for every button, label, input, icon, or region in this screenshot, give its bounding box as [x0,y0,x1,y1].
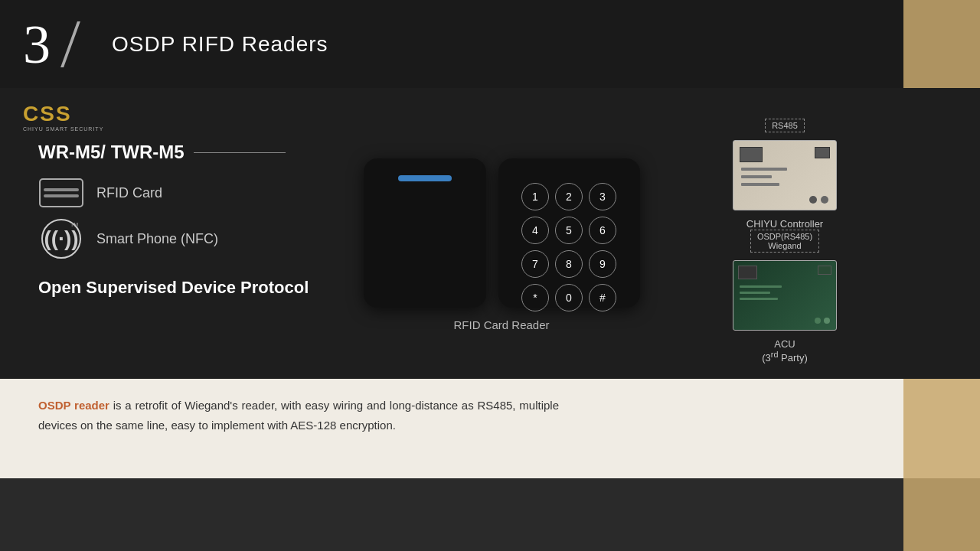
rs485-badge: RS485 [765,119,805,132]
feature-rfid: RFID Card [38,177,314,209]
key-hash: # [589,284,616,311]
acu-image [733,260,837,331]
model-name: WR-M5/ TWR-M5 [38,142,314,163]
osdp-badge: OSDP(RS485) Wiegand [750,230,819,253]
key-8: 8 [555,250,583,278]
protocol-text: Open Supervised Device Protocol [38,278,314,298]
acu-sub: (3rd Party) [762,352,808,364]
logo-sub: CHIYU SMART SECURITY [23,126,103,132]
key-9: 9 [589,250,616,278]
logo-text: CSS [23,102,103,126]
key-0: 0 [555,284,583,311]
bottom-panel: OSDP reader is a retrofit of Wiegand's r… [0,379,980,478]
left-section: WR-M5/ TWR-M5 RFID Card TM (( [23,103,314,364]
key-7: 7 [521,250,549,278]
rfid-card-icon [38,177,84,209]
slide-number: 3 [23,17,51,72]
header-divider [60,21,102,67]
acu-label: ACU (3rd Party) [762,338,808,364]
nfc-icon: TM ((·)) [38,223,84,255]
key-5: 5 [555,217,583,244]
controller-image [733,140,837,210]
plain-reader [364,158,486,308]
slide-title: OSDP RIFD Readers [112,32,328,57]
key-1: 1 [521,183,549,210]
acu-connection: OSDP(RS485) Wiegand ACU (3rd Party) [689,230,880,364]
keypad-reader: 1 2 3 4 5 6 7 8 9 * 0 # [498,158,640,308]
bottom-text: OSDP reader is a retrofit of Wiegand's r… [38,396,559,435]
osdp-label: OSDP(RS485) [757,232,812,241]
controller-connection: RS485 CHIYU Controller [689,119,880,230]
highlight-text: OSDP reader [38,399,109,412]
bottom-description: is a retrofit of Wiegand's reader, with … [38,399,559,432]
readers-row: 1 2 3 4 5 6 7 8 9 * 0 # [364,158,640,308]
controller-label: CHIYU Controller [746,218,823,230]
nfc-label: Smart Phone (NFC) [96,231,218,247]
key-3: 3 [589,183,616,210]
wiegand-label: Wiegand [768,241,801,250]
key-6: 6 [589,217,616,244]
trademark-symbol: TM [70,222,78,227]
css-logo: CSS CHIYU SMART SECURITY [23,102,103,132]
header-section: 3 OSDP RIFD Readers [0,0,980,88]
reader-label: RFID Card Reader [453,318,549,331]
nfc-symbol: ((·)) [44,227,78,251]
key-2: 2 [555,183,583,210]
key-4: 4 [521,217,549,244]
keypad-grid: 1 2 3 4 5 6 7 8 9 * 0 # [508,183,630,311]
model-line [194,152,286,153]
right-section: RS485 CHIYU Controller OSDP(RS485) [689,103,888,364]
feature-nfc: TM ((·)) Smart Phone (NFC) [38,223,314,255]
main-panel: CSS CHIYU SMART SECURITY WR-M5/ TWR-M5 R… [0,88,980,379]
rfid-label: RFID Card [96,185,162,201]
reader-blue-bar [398,175,452,181]
key-star: * [521,284,549,311]
center-section: 1 2 3 4 5 6 7 8 9 * 0 # RFID Card R [314,103,689,364]
